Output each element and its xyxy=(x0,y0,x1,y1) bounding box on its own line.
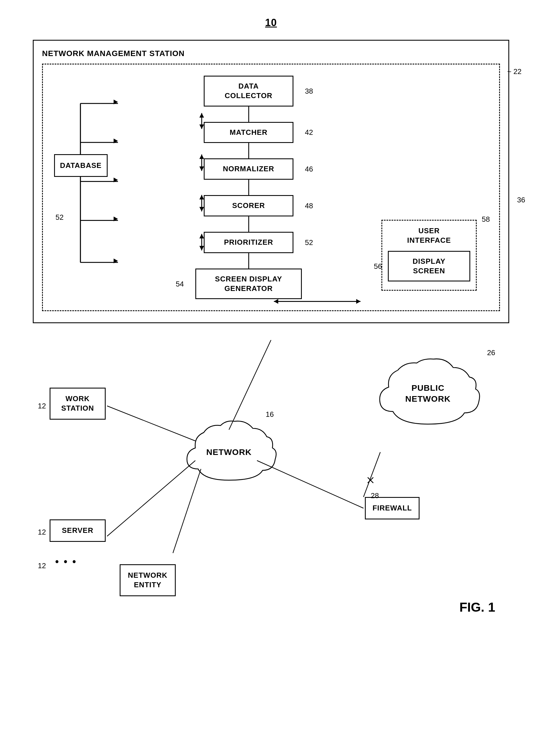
svg-line-36 xyxy=(368,477,373,483)
ui-label: USER INTERFACE xyxy=(388,226,470,245)
public-network-cloud: PUBLIC NETWORK 26 xyxy=(375,357,481,430)
server-ref: 12 xyxy=(38,528,46,537)
dots-ref: 12 xyxy=(38,561,46,570)
workstation-box: WORK STATION xyxy=(50,388,106,420)
display-screen-wrapper: DISPLAY SCREEN 56 xyxy=(388,251,470,282)
center-stack: DATA COLLECTOR 38 MATCHER 42 NORMALI xyxy=(127,73,370,299)
matcher-wrapper: MATCHER 42 xyxy=(204,122,293,143)
firewall-box: FIREWALL xyxy=(365,497,420,519)
public-network-ref: 26 xyxy=(487,348,495,357)
network-label: NETWORK xyxy=(206,447,252,457)
nms-outer-box: NETWORK MANAGEMENT STATION ~ 22 xyxy=(33,40,509,323)
data-collector-wrapper: DATA COLLECTOR 38 xyxy=(204,76,293,107)
nms-label: NETWORK MANAGEMENT STATION xyxy=(42,49,500,58)
matcher-ref: 42 xyxy=(305,128,313,137)
arrow-norm-scorer xyxy=(248,180,249,195)
user-interface-box: 58 USER INTERFACE DISPLAY SCREEN 56 xyxy=(381,220,477,291)
svg-line-38 xyxy=(229,340,271,430)
matcher-box: MATCHER xyxy=(204,122,293,143)
sdg-box: SCREEN DISPLAY GENERATOR xyxy=(195,269,302,299)
dots: • • • xyxy=(55,556,77,568)
normalizer-wrapper: NORMALIZER 46 xyxy=(204,158,293,180)
arrow-scorer-prioritizer xyxy=(248,216,249,232)
scorer-ref: 48 xyxy=(305,202,313,210)
arrow-dc-matcher xyxy=(248,107,249,122)
bottom-diagram: WORK STATION 12 SERVER 12 • • • 12 NETWO… xyxy=(33,340,509,620)
database-area: DATABASE 52 xyxy=(54,73,116,299)
svg-line-35 xyxy=(363,452,380,497)
right-col: 58 USER INTERFACE DISPLAY SCREEN 56 xyxy=(381,73,488,299)
display-screen-ref: 56 xyxy=(374,262,382,271)
network-ref: 16 xyxy=(266,410,274,419)
prioritizer-box: PRIORITIZER xyxy=(204,232,293,253)
arrow-matcher-normalizer xyxy=(248,143,249,158)
workstation-ref: 12 xyxy=(38,402,46,410)
nms-inner-box: ~ 22 xyxy=(42,64,500,311)
prioritizer-wrapper: PRIORITIZER 52 xyxy=(204,232,293,253)
public-network-label: PUBLIC NETWORK xyxy=(401,382,455,404)
arrow-prioritizer-sdg xyxy=(248,253,249,269)
sdg-wrapper: SCREEN DISPLAY GENERATOR 54 xyxy=(195,269,302,299)
svg-line-37 xyxy=(368,477,373,483)
network-cloud: NETWORK 16 xyxy=(181,419,277,486)
firewall-ref: 28 xyxy=(371,491,379,500)
data-collector-box: DATA COLLECTOR xyxy=(204,76,293,107)
svg-marker-29 xyxy=(274,299,278,304)
sdg-ref: 54 xyxy=(176,279,184,288)
server-box: SERVER xyxy=(50,519,106,542)
normalizer-box: NORMALIZER xyxy=(204,158,293,180)
page: 10 NETWORK MANAGEMENT STATION ~ 22 xyxy=(0,0,542,756)
scorer-box: SCORER xyxy=(204,195,293,216)
network-entity-box: NETWORK ENTITY xyxy=(120,564,176,596)
figure-number: 10 xyxy=(22,17,520,29)
scorer-wrapper: SCORER 48 xyxy=(204,195,293,216)
data-collector-ref: 38 xyxy=(305,87,313,95)
fig-label: FIG. 1 xyxy=(459,600,495,615)
prioritizer-ref: 52 xyxy=(305,238,313,247)
ref-22-label: ~ 22 xyxy=(507,67,522,76)
database-box: DATABASE xyxy=(54,154,108,177)
svg-marker-30 xyxy=(356,299,360,304)
ref-36-label: 36 xyxy=(517,196,525,204)
database-ref: 52 xyxy=(55,213,64,222)
display-screen-box: DISPLAY SCREEN xyxy=(388,251,470,282)
normalizer-ref: 46 xyxy=(305,165,313,174)
ui-ref: 58 xyxy=(482,215,490,224)
